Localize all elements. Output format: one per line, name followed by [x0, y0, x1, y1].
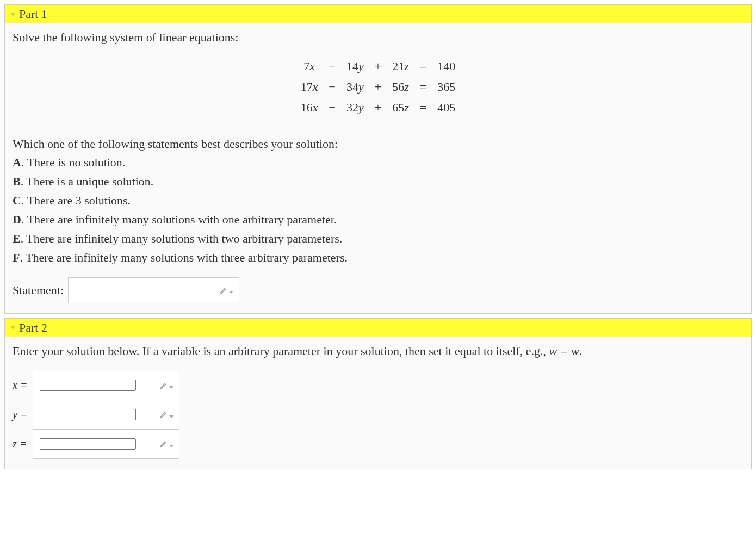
part-1-title: Part 1: [19, 7, 47, 21]
option-F: F. There are infinitely many solutions w…: [13, 249, 743, 266]
chevron-down-icon: [229, 291, 233, 294]
pencil-icon[interactable]: [159, 439, 173, 448]
prompt-text-a: Enter your solution below. If a variable…: [13, 344, 549, 358]
part-2-prompt: Enter your solution below. If a variable…: [13, 343, 743, 360]
x-input-box[interactable]: [33, 371, 179, 400]
prompt-text-c: .: [579, 344, 583, 358]
statement-row: Statement:: [13, 277, 743, 303]
var-label: z =: [13, 430, 33, 459]
pencil-icon[interactable]: [219, 286, 233, 295]
part-1-question: Which one of the following statements be…: [13, 135, 743, 153]
pencil-icon[interactable]: [159, 410, 173, 419]
options-list: A. There is no solution.B. There is a un…: [13, 154, 743, 266]
part-1-header[interactable]: Part 1: [5, 5, 751, 23]
solution-row: y =: [13, 400, 179, 430]
option-E: E. There are infinitely many solutions w…: [13, 230, 743, 247]
option-B: B. There is a unique solution.: [13, 173, 743, 190]
pencil-icon[interactable]: [159, 381, 173, 390]
chevron-down-icon: [169, 386, 173, 389]
z-input[interactable]: [40, 438, 136, 450]
option-A: A. There is no solution.: [13, 154, 743, 171]
y-input[interactable]: [40, 409, 136, 420]
option-C: C. There are 3 solutions.: [13, 192, 743, 209]
chevron-down-icon: [10, 13, 16, 16]
part-1: Part 1 Solve the following system of lin…: [4, 4, 752, 314]
chevron-down-icon: [169, 415, 173, 418]
equation-table: 7x−14y+21z=14017x−34y+56z=36516x−32y+65z…: [295, 56, 461, 118]
statement-input[interactable]: [75, 283, 215, 297]
solution-grid: x =y =z =: [13, 371, 179, 459]
var-label: y =: [13, 400, 33, 430]
chevron-down-icon: [10, 326, 16, 330]
part-1-body: Solve the following system of linear equ…: [5, 23, 751, 313]
statement-input-box[interactable]: [68, 277, 239, 303]
equation-row: 17x−34y+56z=365: [295, 77, 461, 97]
equation-block: 7x−14y+21z=14017x−34y+56z=36516x−32y+65z…: [13, 56, 743, 118]
equation-row: 7x−14y+21z=140: [295, 56, 461, 77]
equation-row: 16x−32y+65z=405: [295, 97, 461, 118]
solution-row: x =: [13, 371, 179, 400]
part-2: Part 2 Enter your solution below. If a v…: [4, 318, 752, 469]
part-2-header[interactable]: Part 2: [5, 319, 751, 337]
y-input-box[interactable]: [33, 400, 179, 430]
statement-label: Statement:: [13, 282, 64, 299]
part-2-title: Part 2: [19, 321, 47, 335]
part-2-body: Enter your solution below. If a variable…: [5, 337, 751, 469]
var-label: x =: [13, 371, 33, 400]
solution-row: z =: [13, 430, 179, 459]
prompt-text-b: w = w: [549, 344, 579, 358]
z-input-box[interactable]: [33, 430, 179, 459]
part-1-prompt: Solve the following system of linear equ…: [13, 29, 743, 46]
x-input[interactable]: [40, 380, 136, 391]
option-D: D. There are infinitely many solutions w…: [13, 211, 743, 228]
chevron-down-icon: [169, 445, 173, 447]
